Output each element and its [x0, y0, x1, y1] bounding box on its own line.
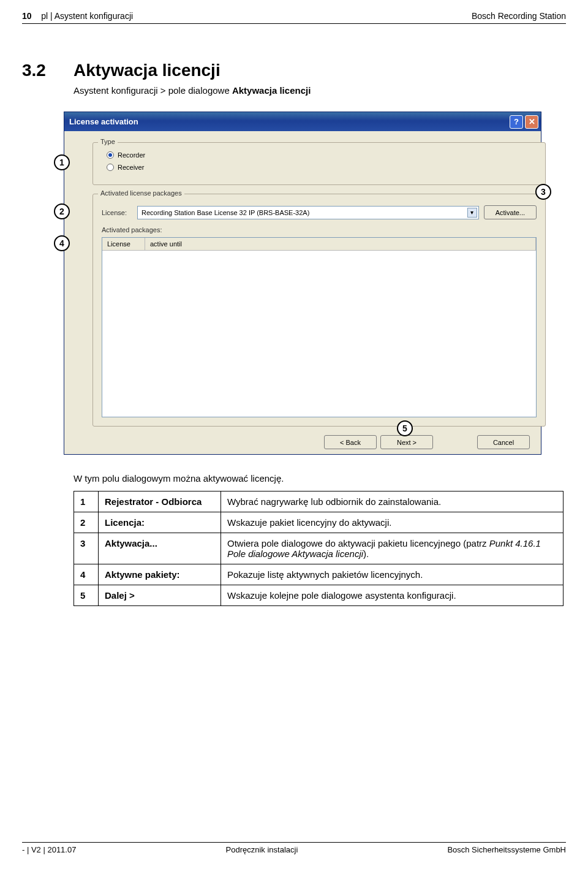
license-select[interactable]: Recording Station Base License 32 IP (BR… — [137, 206, 479, 219]
row-label: Licencja: — [99, 512, 221, 533]
row-desc: Wybrać nagrywarkę lub odbiornik do zains… — [221, 491, 564, 512]
header-right: Bosch Recording Station — [472, 11, 566, 21]
radio-icon — [107, 151, 114, 159]
table-row: 3 Aktywacja... Otwiera pole dialogowe do… — [74, 533, 564, 564]
footer-left: - | V2 | 2011.07 — [22, 845, 76, 854]
callout-4: 4 — [54, 235, 70, 251]
dialog-titlebar: License activation ? ✕ — [64, 112, 541, 131]
row-label: Aktywacja... — [99, 533, 221, 564]
close-icon: ✕ — [529, 117, 535, 126]
row-desc: Pokazuje listę aktywnych pakietów licenc… — [221, 564, 564, 585]
list-header: License active until — [102, 238, 536, 251]
radio-recorder[interactable]: Recorder — [99, 149, 545, 161]
page-footer: - | V2 | 2011.07 Podręcznik instalacji B… — [22, 842, 566, 854]
column-active-until[interactable]: active until — [145, 238, 536, 250]
row-num: 2 — [74, 512, 99, 533]
license-selected-value: Recording Station Base License 32 IP (BR… — [141, 209, 309, 216]
table-row: 4 Aktywne pakiety: Pokazuje listę aktywn… — [74, 564, 564, 585]
section-number: 3.2 — [22, 61, 59, 80]
breadcrumb-prefix: Asystent konfiguracji > pole dialogowe — [74, 85, 232, 96]
manual-page: 10 pl | Asystent konfiguracji Bosch Reco… — [0, 0, 588, 869]
header-lang: pl | Asystent konfiguracji — [34, 11, 133, 21]
radio-recorder-label: Recorder — [118, 151, 145, 159]
close-button[interactable]: ✕ — [525, 115, 538, 129]
row-num: 1 — [74, 491, 99, 512]
table-row: 1 Rejestrator - Odbiorca Wybrać nagrywar… — [74, 491, 564, 512]
type-groupbox: Type Recorder Receiver — [92, 142, 546, 185]
callout-2: 2 — [54, 203, 70, 219]
footer-right: Bosch Sicherheitssysteme GmbH — [447, 845, 566, 854]
cancel-button[interactable]: Cancel — [477, 435, 530, 449]
license-label: License: — [102, 209, 132, 216]
row-label: Rejestrator - Odbiorca — [99, 491, 221, 512]
row-desc: Wskazuje pakiet licencyjny do aktywacji. — [221, 512, 564, 533]
row-label: Aktywne pakiety: — [99, 564, 221, 585]
section-heading: 3.2 Aktywacja licencji — [22, 61, 566, 80]
activated-packages-label: Activated packages: — [102, 226, 162, 233]
back-button[interactable]: < Back — [324, 435, 377, 449]
chevron-down-icon[interactable]: ▾ — [467, 208, 477, 218]
table-row: 5 Dalej > Wskazuje kolejne pole dialogow… — [74, 585, 564, 606]
help-icon: ? — [514, 117, 519, 126]
activate-button[interactable]: Activate... — [484, 205, 537, 219]
breadcrumb: Asystent konfiguracji > pole dialogowe A… — [74, 85, 566, 96]
dialog-body: Type Recorder Receiver Activated licens — [64, 131, 541, 455]
license-legend: Activated license packages — [98, 189, 184, 197]
dialog-screenshot: License activation ? ✕ Type Recorder — [64, 112, 541, 455]
titlebar-buttons: ? ✕ — [510, 115, 538, 129]
callout-3: 3 — [535, 184, 551, 200]
radio-receiver[interactable]: Receiver — [99, 161, 545, 173]
activated-packages-list[interactable]: License active until — [102, 237, 537, 417]
section-title: Aktywacja licencji — [74, 61, 221, 80]
row-desc: Otwiera pole dialogowe do aktywacji paki… — [221, 533, 564, 564]
radio-receiver-label: Receiver — [118, 164, 144, 171]
row-desc: Wskazuje kolejne pole dialogowe asystent… — [221, 585, 564, 606]
row-num: 3 — [74, 533, 99, 564]
radio-icon — [107, 164, 114, 171]
breadcrumb-bold: Aktywacja licencji — [232, 85, 311, 96]
column-license[interactable]: License — [102, 238, 145, 250]
intro-text: W tym polu dialogowym można aktywować li… — [74, 473, 541, 484]
row-label: Dalej > — [99, 585, 221, 606]
description-table: 1 Rejestrator - Odbiorca Wybrać nagrywar… — [74, 491, 564, 606]
row-num: 4 — [74, 564, 99, 585]
dialog-footer: < Back Next > Cancel — [64, 435, 541, 449]
page-header: 10 pl | Asystent konfiguracji Bosch Reco… — [22, 11, 566, 24]
next-button[interactable]: Next > — [380, 435, 433, 449]
callout-5: 5 — [397, 420, 413, 436]
callout-1: 1 — [54, 154, 70, 170]
type-legend: Type — [98, 138, 118, 145]
page-number: 10 — [22, 11, 32, 21]
license-activation-dialog: License activation ? ✕ Type Recorder — [64, 112, 541, 455]
table-row: 2 Licencja: Wskazuje pakiet licencyjny d… — [74, 512, 564, 533]
help-button[interactable]: ? — [510, 115, 523, 129]
header-left: 10 pl | Asystent konfiguracji — [22, 11, 133, 21]
dialog-title: License activation — [69, 117, 138, 126]
license-groupbox: Activated license packages License: Reco… — [92, 194, 546, 427]
row-num: 5 — [74, 585, 99, 606]
footer-center: Podręcznik instalacji — [226, 845, 298, 854]
